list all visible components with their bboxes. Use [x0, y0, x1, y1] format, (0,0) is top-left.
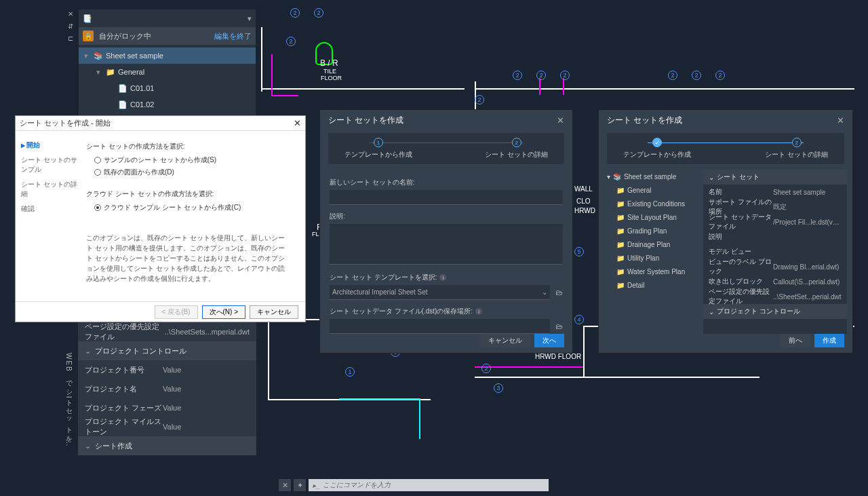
wizard-nav-begin[interactable]: 開始 — [20, 138, 79, 153]
dialog-body: 新しいシート セットの名前: 説明: シート セット テンプレートを選択:i A… — [320, 167, 572, 338]
tree-sheet-c0101[interactable]: 📄 C01.01 — [79, 80, 256, 96]
sheet-icon: 📄 — [118, 100, 127, 109]
close-icon[interactable]: ✕ — [294, 118, 301, 128]
dst-location-input[interactable] — [330, 319, 550, 334]
wizard-nav-details[interactable]: シート セットの詳細 — [20, 177, 79, 202]
level-marker-3: 3 — [494, 383, 503, 393]
create-sheet-set-step2-dialog: シート セットを作成 ✕ ✓ テンプレートから作成 2 シート セットの詳細 ▾… — [598, 109, 853, 354]
tree-sheet-c0102[interactable]: 📄 C01.02 — [79, 96, 256, 113]
prop-section-project-control[interactable]: ⌄ プロジェクト コントロール — [78, 341, 256, 360]
prop-row-project-number[interactable]: プロジェクト番号Value — [78, 360, 256, 379]
command-prompt-icon: ▸_ — [313, 482, 320, 489]
close-icon[interactable]: ✕ — [557, 115, 564, 126]
sheet-set-icon: 📚 — [94, 52, 103, 60]
section-label: シート作成 — [95, 441, 132, 451]
prop-dst-file[interactable]: シート セットデータ ファイル/Project Fil...le.dst(v1.… — [703, 214, 847, 229]
section-sheet-set[interactable]: ⌄シート セット — [703, 170, 847, 185]
chevron-down-icon: ⌄ — [709, 308, 714, 316]
browse-folder-icon[interactable]: 🗁 — [555, 322, 563, 330]
command-input[interactable]: ▸_ ここにコマンドを入力 — [309, 479, 549, 491]
prop-row-project-phase[interactable]: プロジェクト フェーズValue — [78, 398, 256, 417]
ssm-toolbar-menu-icon[interactable]: ▾ — [248, 14, 252, 23]
ssm-toolbar: 📑 ▾ — [79, 9, 256, 27]
folder-icon: 📁 — [616, 200, 625, 208]
level-marker-4: 4 — [574, 315, 584, 324]
cancel-button[interactable]: キャンセル — [250, 305, 298, 319]
level-marker-5: 5 — [574, 247, 584, 256]
create-button[interactable]: 作成 — [814, 334, 844, 347]
command-placeholder: ここにコマンドを入力 — [323, 480, 391, 490]
tree-item-site-layout[interactable]: 📁Site Layout Plan — [604, 210, 699, 224]
dock-expand-icon[interactable]: ⇵ — [66, 21, 75, 31]
ssm-tree: ▾ 📚 Sheet set sample ▾ 📁 General 📄 C01.0… — [79, 45, 256, 115]
cancel-button[interactable]: キャンセル — [480, 334, 530, 347]
step-2: 2 シート セットの詳細 — [485, 138, 548, 159]
sheet-icon: 📄 — [118, 84, 127, 93]
chevron-down-icon: ⌄ — [542, 288, 547, 296]
prop-row-project-name[interactable]: プロジェクト名Value — [78, 379, 256, 398]
prop-description[interactable]: 説明 — [703, 229, 847, 244]
expand-icon[interactable]: ▾ — [96, 68, 103, 77]
radio-from-sample[interactable]: サンプルのシート セットから作成(S) — [86, 154, 297, 166]
command-close-icon[interactable]: ✕ — [279, 479, 291, 491]
next-button[interactable]: 次へ — [534, 334, 564, 347]
tree-item-existing-conditions[interactable]: 📁Existing Conditions — [604, 197, 699, 210]
wizard-nav-sample[interactable]: シート セットのサンプル — [20, 153, 79, 177]
tree-item-utility[interactable]: 📁Utility Plan — [604, 251, 699, 265]
dock-buttons: ✕ ⇵ ⊏ — [66, 9, 75, 43]
command-config-icon[interactable]: ✦ — [294, 479, 306, 491]
description-textarea[interactable] — [330, 224, 563, 265]
tree-item-drainage[interactable]: 📁Drainage Plan — [604, 237, 699, 251]
back-button[interactable]: 前へ — [781, 334, 810, 347]
dialog-title: シート セットを作成 — [328, 115, 403, 126]
lock-status-text: 自分がロック中 — [99, 31, 151, 41]
tree-item-water-system[interactable]: 📁Water System Plan — [604, 265, 699, 278]
info-icon[interactable]: i — [475, 308, 482, 315]
level-marker-2d: 2 — [513, 71, 522, 80]
field-label-template: シート セット テンプレートを選択:i — [330, 273, 563, 282]
dock-pin-icon[interactable]: ⊏ — [66, 33, 75, 43]
dock-close-icon[interactable]: ✕ — [66, 9, 75, 18]
folder-icon: 📁 — [106, 68, 115, 77]
folder-icon: 📁 — [616, 254, 625, 262]
wizard-title-text: シート セットを作成 - 開始 — [20, 118, 111, 128]
wizard-nav-confirm[interactable]: 確認 — [20, 202, 79, 216]
tree-root-sheet-set[interactable]: ▾ 📚 Sheet set sample — [79, 47, 256, 64]
prop-page-override[interactable]: ページ設定の優先設定ファイル..\SheetSet...perial.dwt — [703, 289, 847, 304]
tree-item-general[interactable]: 📁General — [604, 183, 699, 197]
close-icon[interactable]: ✕ — [837, 115, 844, 126]
radio-from-cloud-sample[interactable]: クラウド サンプル シート セットから作成(C) — [86, 202, 297, 214]
tree-root[interactable]: ▾📚Sheet set sample — [604, 170, 699, 183]
tree-subset-general[interactable]: ▾ 📁 General — [79, 64, 256, 80]
folder-icon: 📁 — [616, 241, 625, 248]
tree-item-grading[interactable]: 📁Grading Plan — [604, 224, 699, 237]
command-bar: ✕ ✦ ▸_ ここにコマンドを入力 — [279, 478, 549, 492]
template-tree: ▾📚Sheet set sample 📁General 📁Existing Co… — [604, 170, 699, 334]
radio-from-drawings[interactable]: 既存の図面から作成(D) — [86, 166, 297, 178]
next-button[interactable]: 次へ(N) > — [202, 305, 246, 319]
step-label-2: シート セットの詳細 — [765, 150, 828, 159]
sheet-set-name-input[interactable] — [330, 190, 563, 205]
sheet-set-icon: 📚 — [613, 173, 621, 180]
template-select[interactable]: Architectural Imperial Sheet Set⌄ — [330, 285, 550, 300]
vertical-tab-label[interactable]: WEB でシートセットを… — [64, 353, 73, 448]
tree-item-detail[interactable]: 📁Detail — [604, 278, 699, 292]
browse-folder-icon[interactable]: 🗁 — [555, 288, 563, 297]
expand-icon[interactable]: ▾ — [84, 52, 91, 60]
info-icon[interactable]: i — [439, 274, 446, 281]
step-2: 2 シート セットの詳細 — [765, 138, 828, 159]
expand-icon[interactable]: ▾ — [607, 173, 610, 180]
ssm-toolbar-icon[interactable]: 📑 — [83, 14, 92, 23]
level-marker-2i: 2 — [715, 71, 725, 80]
level-marker-1: 1 — [345, 367, 355, 377]
prop-view-label-block[interactable]: ビューのラベル ブロックDrawing Bl...erial.dwt) — [703, 259, 847, 274]
level-marker-2g: 2 — [668, 71, 677, 80]
end-edit-link[interactable]: 編集を終了 — [214, 31, 252, 41]
prop-row-project-milestone[interactable]: プロジェクト マイルストーンValue — [78, 417, 256, 436]
prop-row-page-override[interactable]: ページ設定の優先設定ファイル ..\SheetSets...mperial.dw… — [78, 322, 256, 341]
section-project-control[interactable]: ⌄プロジェクト コントロール — [703, 304, 847, 319]
prop-section-sheet-creation[interactable]: ⌄ シート作成 — [78, 436, 256, 455]
field-label-desc: 説明: — [330, 212, 563, 221]
tree-sheet1-label: C01.01 — [130, 84, 154, 92]
step-1: ✓ テンプレートから作成 — [623, 138, 691, 159]
